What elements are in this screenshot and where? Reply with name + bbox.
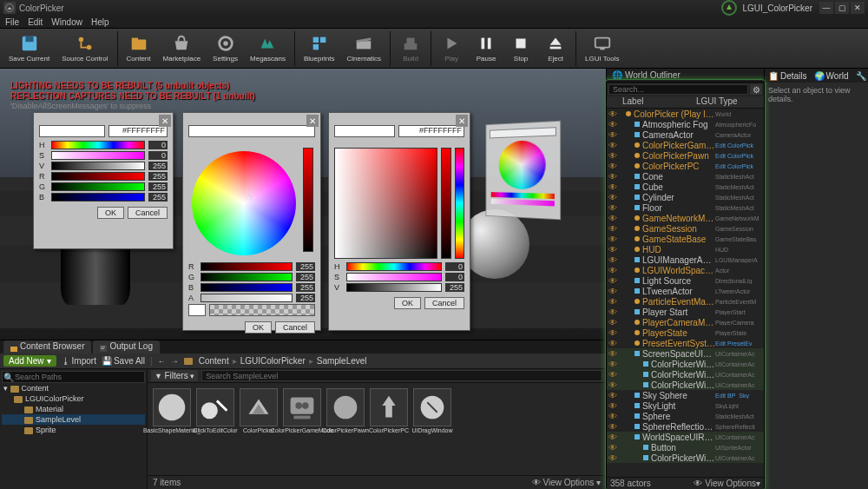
visibility-icon[interactable]: 👁: [608, 245, 617, 254]
outliner-row[interactable]: 👁CylinderStaticMeshAct: [607, 192, 764, 202]
cancel-button[interactable]: Cancel: [424, 297, 464, 309]
play-button[interactable]: Play: [435, 32, 468, 64]
outliner-row[interactable]: 👁ColorPickerPawnEdit ColorPick: [607, 150, 764, 161]
breadcrumb[interactable]: Content▸ LGUIColorPicker▸ SampleLevel: [184, 356, 367, 366]
blueprints-button[interactable]: Blueprints: [299, 32, 340, 64]
visibility-icon[interactable]: 👁: [608, 443, 617, 453]
visibility-icon[interactable]: 👁: [608, 266, 617, 275]
close-icon[interactable]: ✕: [456, 115, 468, 127]
slider-v[interactable]: V255: [334, 283, 464, 292]
tree-search[interactable]: [2, 371, 145, 383]
outliner-row[interactable]: 👁ColorPickerWindowUIContainerAc: [607, 369, 764, 380]
search-options[interactable]: ⚙: [750, 84, 762, 95]
asset-search[interactable]: [201, 370, 602, 381]
ok-button[interactable]: OK: [245, 321, 272, 334]
asset-item[interactable]: BasicShapeMaterial_: [153, 388, 191, 434]
color-swatch[interactable]: [39, 125, 105, 137]
outliner-row[interactable]: 👁LTweenActorLTweenActor: [607, 286, 764, 296]
outliner-row[interactable]: 👁LGUIManagerActorLGUIManagerA: [607, 254, 764, 265]
outliner-row[interactable]: 👁LGUIWorldSpaceInteractionActor: [607, 265, 764, 275]
tab-world[interactable]: 🌍 World: [814, 71, 849, 81]
visibility-icon[interactable]: 👁: [608, 224, 617, 234]
outliner-row[interactable]: 👁CubeStaticMeshAct: [607, 182, 764, 192]
pause-button[interactable]: Pause: [470, 32, 503, 64]
outliner-row[interactable]: 👁PresetEventSystemActorEdit PresetEv: [607, 338, 764, 348]
visibility-icon[interactable]: 👁: [608, 339, 617, 348]
colorpicker-square-panel[interactable]: ✕ #FFFFFFFF H0S0V255 OK Cancel: [328, 112, 470, 331]
asset-item[interactable]: ColorPickerPC: [370, 388, 408, 434]
slider-a[interactable]: A255: [188, 294, 315, 302]
content-button[interactable]: Content: [122, 32, 156, 64]
lgui-tools-button[interactable]: LGUI Tools: [580, 32, 624, 64]
close-button[interactable]: ✕: [851, 2, 865, 14]
filters-button[interactable]: ▼ Filters ▾: [151, 370, 198, 381]
minimize-button[interactable]: —: [819, 2, 833, 14]
tab-details[interactable]: 📋 Details: [768, 71, 807, 81]
visibility-icon[interactable]: 👁: [608, 109, 617, 119]
colorpicker-hsvrgb-panel[interactable]: ✕ #FFFFFFFF H0S0V255R255G255B255 OK Canc…: [33, 112, 174, 249]
visibility-icon[interactable]: 👁: [608, 297, 617, 307]
visibility-icon[interactable]: 👁: [608, 276, 617, 286]
cancel-button[interactable]: Cancel: [128, 207, 168, 219]
visibility-icon[interactable]: 👁: [608, 214, 617, 223]
slider-v[interactable]: V255: [39, 162, 168, 170]
outliner-view-options[interactable]: 👁 View Options▾: [694, 479, 760, 488]
view-options[interactable]: 👁 View Options ▾: [532, 478, 601, 487]
visibility-icon[interactable]: 👁: [608, 453, 617, 463]
cinematics-button[interactable]: Cinematics: [342, 32, 387, 64]
asset-item[interactable]: ClickToEditColor: [196, 388, 234, 434]
asset-item[interactable]: ColorPickerPawn: [326, 388, 365, 434]
outliner-search[interactable]: [608, 84, 748, 95]
settings-button[interactable]: Settings: [207, 32, 243, 64]
outliner-row[interactable]: 👁ButtonUISpriteActor: [607, 442, 764, 453]
hex-input[interactable]: #FFFFFFFF: [108, 125, 168, 137]
outliner-row[interactable]: 👁ColorPickerGameModeEdit ColorPick: [607, 140, 764, 150]
visibility-icon[interactable]: 👁: [608, 130, 617, 140]
close-icon[interactable]: ✕: [306, 115, 319, 127]
cancel-button[interactable]: Cancel: [275, 321, 315, 334]
sv-picker[interactable]: [334, 148, 437, 259]
outliner-row[interactable]: 👁ConeStaticMeshAct: [607, 171, 764, 182]
outliner-row[interactable]: 👁PlayerStatePlayerState: [607, 327, 764, 338]
colorpicker-wheel-panel[interactable]: ✕ R255G255B255A255 OK Cancel: [182, 112, 321, 331]
visibility-icon[interactable]: 👁: [608, 255, 617, 265]
outliner-row[interactable]: 👁WorldSpaceUIRootUIContainerAc: [607, 432, 764, 442]
outliner-row[interactable]: 👁SkyLightSkyLight: [607, 400, 764, 411]
hex-input[interactable]: #FFFFFFFF: [398, 125, 464, 137]
outliner-row[interactable]: 👁GameNetworkManagerGameNetworkM: [607, 213, 764, 223]
slider-h[interactable]: H0: [39, 141, 168, 149]
history-fwd[interactable]: →: [171, 357, 179, 366]
outliner-row[interactable]: 👁Atmospheric FogAtmosphericFo: [607, 119, 764, 129]
source-control-button[interactable]: Source Control: [56, 32, 113, 64]
outliner-row[interactable]: 👁SphereReflectionCaptureSphereReflecti: [607, 421, 764, 432]
outliner-row[interactable]: 👁Light SourceDirectionalLig: [607, 275, 764, 286]
slider-r[interactable]: R255: [188, 262, 315, 271]
visibility-icon[interactable]: 👁: [608, 182, 617, 192]
ok-button[interactable]: OK: [394, 297, 421, 309]
tree-item[interactable]: LGUIColorPicker: [2, 393, 145, 404]
add-new-button[interactable]: Add New▾: [3, 355, 56, 367]
tree-item[interactable]: Sprite: [2, 425, 145, 435]
visibility-icon[interactable]: 👁: [608, 422, 617, 432]
viewport[interactable]: LIGHTING NEEDS TO BE REBUILT (5 unbuilt …: [0, 69, 606, 340]
outliner-row[interactable]: 👁HUDHUD: [607, 244, 764, 254]
outliner-row[interactable]: 👁FloorStaticMeshAct: [607, 202, 764, 213]
visibility-icon[interactable]: 👁: [608, 360, 617, 369]
slider-s[interactable]: S0: [39, 151, 168, 160]
outliner-row[interactable]: 👁Player StartPlayerStart: [607, 307, 764, 317]
visibility-icon[interactable]: 👁: [608, 370, 617, 380]
visibility-icon[interactable]: 👁: [608, 162, 617, 171]
value-bar[interactable]: [303, 148, 313, 252]
tree-item[interactable]: ▾ Content: [2, 383, 145, 393]
close-icon[interactable]: ✕: [159, 115, 171, 127]
save-button[interactable]: Save Current: [3, 32, 55, 64]
ok-button[interactable]: OK: [97, 207, 124, 219]
value-bar[interactable]: [441, 148, 450, 259]
hue-wheel[interactable]: [192, 151, 296, 255]
asset-item[interactable]: ColorPickerGameMode: [283, 388, 321, 434]
maximize-button[interactable]: ▢: [835, 2, 849, 14]
source-tree[interactable]: 🔍 ▾ ContentLGUIColorPickerMaterialSample…: [0, 369, 148, 489]
outliner-row[interactable]: 👁ParticleEventManagerParticleEventM: [607, 296, 764, 307]
outliner-row[interactable]: 👁ScreenSpaceUIRootUIContainerAc: [607, 348, 764, 359]
hue-bar[interactable]: [455, 148, 464, 259]
